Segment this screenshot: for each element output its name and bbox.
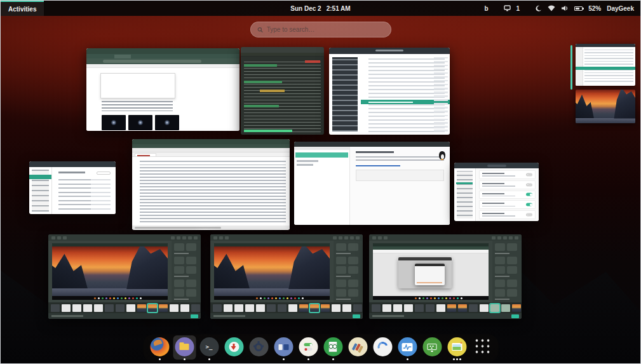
clock[interactable]: Sun Dec 2 2:51 AM [290, 5, 350, 12]
filmstrip-thumbnail[interactable] [382, 304, 391, 312]
filmstrip-thumbnail[interactable] [256, 304, 265, 312]
toggle-switch-off[interactable] [526, 183, 532, 186]
tool-button[interactable] [507, 243, 517, 251]
filmstrip-thumbnail[interactable] [415, 304, 424, 312]
filmstrip-thumbnail[interactable] [126, 304, 135, 312]
workspace-1-thumbnail[interactable] [576, 44, 635, 86]
dock-item-image-viewer[interactable] [447, 337, 467, 361]
filmstrip-thumbnail[interactable] [213, 304, 222, 312]
filmstrip-thumbnail[interactable] [180, 304, 189, 312]
workspace-2-thumbnail[interactable] [576, 90, 635, 123]
filmstrip-thumbnail[interactable] [372, 304, 381, 312]
tool-button[interactable] [174, 257, 184, 264]
tool-button[interactable] [336, 257, 346, 264]
dock-item-firefox[interactable] [149, 337, 170, 361]
filmstrip-thumbnail[interactable] [404, 304, 413, 312]
tool-button[interactable] [348, 257, 358, 264]
selected-sidebar-item[interactable] [456, 182, 473, 184]
system-tray[interactable]: b 1 52% DayGeek [485, 5, 641, 12]
filmstrip-thumbnail[interactable] [278, 304, 287, 312]
tool-button[interactable] [348, 266, 358, 274]
tool-button[interactable] [186, 289, 196, 297]
filmstrip-thumbnail[interactable] [72, 304, 81, 312]
tool-button[interactable] [336, 266, 346, 274]
toggle-switch-off[interactable] [526, 173, 532, 176]
filmstrip-thumbnail[interactable] [288, 304, 297, 312]
window-help-viewer[interactable] [294, 142, 450, 225]
tool-button[interactable] [507, 280, 517, 287]
filmstrip-thumbnail[interactable] [393, 304, 402, 312]
filmstrip-thumbnail[interactable] [501, 304, 510, 312]
filmstrip-thumbnail[interactable] [353, 304, 362, 312]
filmstrip-thumbnail[interactable] [245, 304, 254, 312]
filmstrip-thumbnail[interactable] [62, 304, 71, 312]
tool-button[interactable] [495, 243, 505, 251]
filmstrip-thumbnail[interactable] [234, 304, 243, 312]
tool-button[interactable] [186, 266, 196, 274]
activities-button[interactable]: Activities [1, 1, 44, 16]
dock-item-screen-share[interactable] [422, 337, 442, 361]
dock-item-terminal[interactable]: >_ [199, 337, 219, 361]
editor-hscrollbar[interactable] [132, 226, 290, 229]
window-settings-details[interactable] [29, 161, 116, 214]
filmstrip-thumbnail[interactable] [447, 304, 456, 312]
filmstrip-thumbnail[interactable] [105, 304, 114, 312]
search-input[interactable] [267, 26, 384, 33]
wifi-icon[interactable] [548, 5, 555, 11]
tool-button[interactable] [495, 289, 505, 297]
search-bar[interactable] [250, 22, 391, 37]
tool-button[interactable] [507, 266, 517, 274]
filmstrip-thumbnail[interactable] [94, 304, 103, 312]
dock-item-software-update[interactable] [224, 337, 244, 361]
dock-item-graphics[interactable] [347, 337, 368, 361]
tool-button[interactable] [174, 289, 184, 297]
input-source-icon[interactable]: b [485, 5, 489, 12]
toggle-switch-off[interactable] [526, 213, 532, 217]
dock-item-swirl-app[interactable] [372, 337, 393, 361]
tool-button[interactable] [336, 280, 346, 287]
filmstrip-thumbnail[interactable] [332, 304, 341, 312]
username[interactable]: DayGeek [607, 5, 634, 12]
tool-button[interactable] [336, 243, 346, 251]
filmstrip-thumbnail[interactable] [137, 304, 146, 312]
tool-button[interactable] [495, 266, 505, 274]
filmstrip-thumbnail[interactable] [480, 304, 489, 312]
tool-button[interactable] [174, 266, 184, 274]
window-terminal[interactable] [241, 47, 324, 135]
tool-button[interactable] [186, 257, 196, 264]
tool-button[interactable] [186, 243, 196, 251]
window-screenshot-editor-2[interactable] [210, 234, 363, 319]
tool-button[interactable] [495, 257, 505, 264]
window-settings-toggles[interactable] [454, 163, 539, 221]
tool-button[interactable] [174, 243, 184, 251]
dock-item-system-monitor[interactable] [397, 337, 417, 361]
filmstrip-thumbnail[interactable] [170, 304, 179, 312]
tool-button[interactable] [336, 289, 346, 297]
window-screenshot-editor-1[interactable] [48, 234, 201, 319]
filmstrip-thumbnail[interactable] [342, 304, 351, 312]
night-light-icon[interactable] [535, 5, 542, 12]
dock-item-files[interactable] [174, 337, 194, 361]
dock-item-control-panel[interactable] [273, 337, 294, 361]
filmstrip-thumbnail[interactable] [51, 304, 60, 312]
notification-icon[interactable] [504, 5, 511, 11]
window-web-browser[interactable] [86, 48, 240, 131]
filmstrip-thumbnail[interactable] [299, 304, 308, 312]
tool-button[interactable] [495, 280, 505, 287]
tool-button[interactable] [348, 289, 358, 297]
toggle-switch-on[interactable] [526, 193, 532, 196]
filmstrip-thumbnail[interactable] [426, 304, 435, 312]
selected-sidebar-item[interactable] [29, 175, 51, 179]
filmstrip-thumbnail[interactable] [116, 304, 125, 312]
tool-button[interactable] [507, 289, 517, 297]
tool-button[interactable] [348, 280, 358, 287]
window-screenshot-editor-3[interactable] [369, 234, 522, 319]
tool-button[interactable] [348, 243, 358, 251]
filmstrip-thumbnail-selected[interactable] [148, 304, 157, 312]
settings-button[interactable] [97, 172, 111, 175]
filmstrip-thumbnail[interactable] [267, 304, 276, 312]
hyperlink[interactable] [356, 165, 400, 166]
selected-topic[interactable] [295, 152, 348, 158]
battery-icon[interactable] [574, 6, 583, 11]
filmstrip-thumbnail[interactable] [191, 304, 200, 312]
